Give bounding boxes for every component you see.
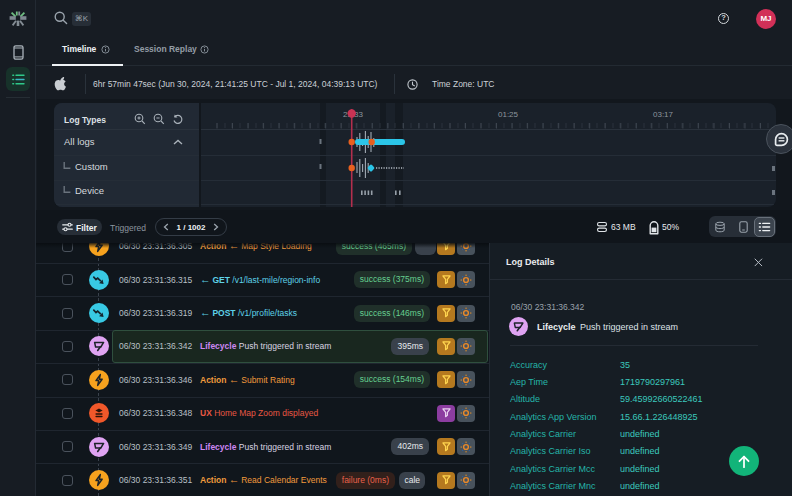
svg-text:01:25: 01:25 [498, 110, 519, 119]
svg-text:03:17: 03:17 [653, 110, 674, 119]
